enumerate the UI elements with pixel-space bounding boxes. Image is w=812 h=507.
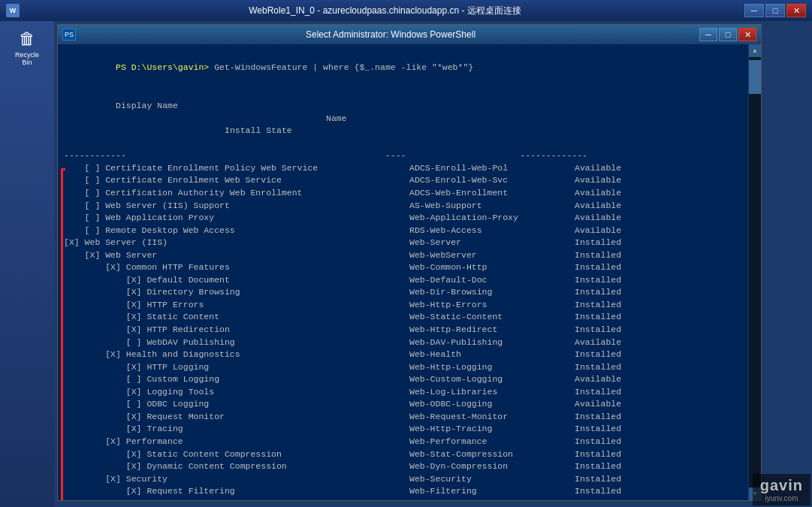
main-titlebar: W WebRole1_IN_0 - azurecloudpaas.chinacl… [0,0,812,21]
ps-text-area[interactable]: PS D:\Users\gavin> Get-WindowsFeature | … [58,44,748,500]
main-title: WebRole1_IN_0 - azurecloudpaas.chinaclou… [26,5,744,17]
prompt: PS D:\Users\gavin> [116,62,209,72]
feature-line-13: [X] Static Content Web-Static-Content In… [64,311,742,324]
minimize-btn[interactable]: ─ [744,4,764,17]
display-name-header: Display Name [116,101,178,110]
ps-controls: ─ □ ✕ [699,28,756,41]
command-line: PS D:\Users\gavin> Get-WindowsFeature | … [64,49,742,86]
scroll-thumb[interactable] [749,60,761,94]
ps-icon: PS [62,29,76,41]
name-header: Name [116,113,347,123]
header-row: Display Name Name Install State [64,88,742,150]
feature-line-7: [X] Web Server (IIS) Web-Server Installe… [64,237,742,249]
feature-line-2: [ ] Certificate Enrollment Web Service A… [64,174,742,187]
scroll-track[interactable] [749,57,761,487]
feature-line-4: [ ] Web Server (IIS) Support AS-Web-Supp… [64,200,742,213]
desktop: 🗑 RecycleBin [0,21,54,507]
ps-maximize[interactable]: □ [719,28,737,41]
feature-line-1: [ ] Certificate Enrollment Policy Web Se… [64,162,742,175]
close-btn[interactable]: ✕ [786,4,806,17]
maximize-btn[interactable]: □ [765,4,785,17]
feature-line-26: [X] Security Web-Security Installed [64,473,742,486]
powershell-window: PS Select Administrator: Windows PowerSh… [57,24,762,501]
recycle-bin-icon: 🗑 [15,27,39,51]
feature-line-25: [X] Dynamic Content Compression Web-Dyn-… [64,460,742,473]
recycle-bin[interactable]: 🗑 RecycleBin [15,27,39,66]
feature-line-27: [X] Request Filtering Web-Filtering Inst… [64,485,742,498]
scroll-up-btn[interactable]: ▲ [749,44,762,57]
feature-line-12: [X] HTTP Errors Web-Http-Errors Installe… [64,299,742,312]
feature-line-3: [ ] Certification Authority Web Enrollme… [64,187,742,200]
watermark-brand: gavin [760,477,803,494]
ps-close[interactable]: ✕ [738,28,756,41]
feature-line-9: [X] Common HTTP Features Web-Common-Http… [64,261,742,274]
feature-line-20: [ ] ODBC Logging Web-ODBC-Logging Availa… [64,398,742,411]
feature-line-16: [X] Health and Diagnostics Web-Health In… [64,349,742,361]
ps-titlebar: PS Select Administrator: Windows PowerSh… [58,25,761,44]
feature-line-17: [X] HTTP Logging Web-Http-Logging Instal… [64,361,742,374]
recycle-bin-label: RecycleBin [15,51,39,66]
feature-line-24: [X] Static Content Compression Web-Stat-… [64,448,742,461]
feature-line-8: [X] Web Server Web-WebServer Installed [64,249,742,262]
feature-line-28: [ ] Basic Authentication Web-Basic-Auth … [64,498,742,500]
feature-line-5: [ ] Web Application Proxy Web-Applicatio… [64,212,742,225]
feature-line-22: [X] Tracing Web-Http-Tracing Installed [64,423,742,436]
titlebar-controls: ─ □ ✕ [744,4,806,17]
watermark-url: iyunv.com [765,494,798,502]
watermark: gavin iyunv.com [753,474,810,505]
feature-line-21: [X] Request Monitor Web-Request-Monitor … [64,411,742,424]
feature-line-19: [X] Logging Tools Web-Log-Libraries Inst… [64,386,742,399]
feature-line-15: [ ] WebDAV Publishing Web-DAV-Publishing… [64,336,742,349]
command-text: Get-WindowsFeature | where {$_.name -lik… [209,62,473,72]
feature-line-18: [ ] Custom Logging Web-Custom-Logging Av… [64,373,742,386]
scrollbar[interactable]: ▲ ▼ [748,44,761,500]
feature-line-14: [X] HTTP Redirection Web-Http-Redirect I… [64,324,742,336]
install-state-header: Install State [116,125,292,135]
outer-window: W WebRole1_IN_0 - azurecloudpaas.chinacl… [0,0,812,507]
feature-line-11: [X] Directory Browsing Web-Dir-Browsing … [64,286,742,299]
feature-line-6: [ ] Remote Desktop Web Access RDS-Web-Ac… [64,225,742,237]
window-icon: W [6,4,20,17]
header-divider: ------------ ---- ------------- [64,149,742,162]
feature-line-23: [X] Performance Web-Performance Installe… [64,436,742,448]
ps-minimize[interactable]: ─ [699,28,717,41]
feature-line-10: [X] Default Document Web-Default-Doc Ins… [64,274,742,287]
ps-content: PS D:\Users\gavin> Get-WindowsFeature | … [58,44,761,500]
ps-title: Select Administrator: Windows PowerShell [82,29,699,40]
